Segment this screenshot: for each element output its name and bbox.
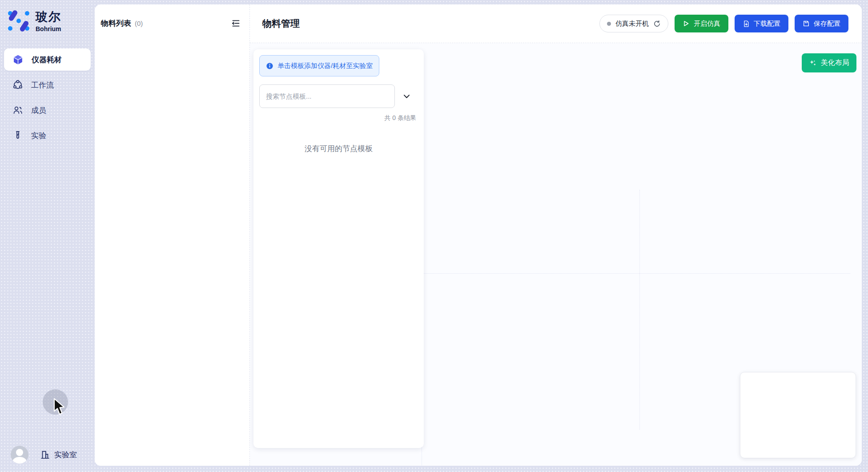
brand-name-en: Bohrium xyxy=(36,25,61,32)
node-template-palette: 单击模板添加仪器/耗材至实验室 共 0 条结果 没有可用的节点模板 xyxy=(253,49,424,448)
play-icon xyxy=(683,20,690,27)
save-icon xyxy=(803,20,810,27)
cube-icon xyxy=(12,54,24,65)
canvas-guide-line xyxy=(639,190,640,430)
canvas-minimap[interactable] xyxy=(740,372,856,458)
bohrium-logo-icon xyxy=(7,9,30,32)
refresh-status-button[interactable] xyxy=(653,20,661,28)
brand-name-zh: 玻尔 xyxy=(36,9,61,25)
material-list-title: 物料列表 xyxy=(101,18,131,28)
beautify-layout-button[interactable]: 美化布局 xyxy=(802,53,856,72)
sidebar-item-label: 仪器耗材 xyxy=(32,55,62,65)
status-dot-icon xyxy=(607,22,611,26)
download-config-button[interactable]: 下载配置 xyxy=(735,15,788,32)
sidebar-item-label: 成员 xyxy=(31,105,46,116)
sidebar-item-workflow[interactable]: 工作流 xyxy=(4,74,91,96)
start-simulation-label: 开启仿真 xyxy=(694,20,720,28)
main-card: 物料列表 (0) 物料管理 仿真未开机 xyxy=(95,4,862,466)
sidebar-footer: 实验室 xyxy=(0,441,95,468)
search-input[interactable] xyxy=(259,84,395,108)
sidebar-item-experiments[interactable]: 实验 xyxy=(4,124,91,147)
page-header: 物料管理 仿真未开机 开启仿真 xyxy=(250,4,862,43)
info-banner-text: 单击模板添加仪器/耗材至实验室 xyxy=(277,62,373,70)
save-config-button[interactable]: 保存配置 xyxy=(795,15,848,32)
material-list-count: (0) xyxy=(135,20,143,27)
page-title: 物料管理 xyxy=(262,17,300,30)
main-region: 物料管理 仿真未开机 开启仿真 xyxy=(250,4,862,466)
empty-state-text: 没有可用的节点模板 xyxy=(259,144,418,154)
beautify-layout-label: 美化布局 xyxy=(821,58,849,68)
menu-fold-icon xyxy=(231,19,241,28)
panel-fold-button[interactable] xyxy=(230,18,241,29)
members-icon xyxy=(12,105,23,116)
material-list-panel: 物料列表 (0) xyxy=(95,4,250,466)
sidebar-item-label: 实验 xyxy=(31,131,46,141)
result-count: 共 0 条结果 xyxy=(259,114,418,122)
chevron-down-icon xyxy=(402,92,411,100)
save-config-label: 保存配置 xyxy=(814,20,840,28)
flow-canvas[interactable]: 单击模板添加仪器/耗材至实验室 共 0 条结果 没有可用的节点模板 xyxy=(250,43,862,466)
sidebar-item-instruments[interactable]: 仪器耗材 xyxy=(4,48,91,71)
download-config-label: 下载配置 xyxy=(754,20,780,28)
mouse-cursor-icon xyxy=(53,398,66,416)
start-simulation-button[interactable]: 开启仿真 xyxy=(675,15,728,32)
workflow-icon xyxy=(12,80,23,90)
simulation-status-label: 仿真未开机 xyxy=(615,20,649,28)
building-icon xyxy=(40,449,50,460)
lab-entry[interactable]: 实验室 xyxy=(40,449,77,460)
info-icon xyxy=(266,62,273,70)
lab-entry-label: 实验室 xyxy=(54,450,77,460)
simulation-status-pill: 仿真未开机 xyxy=(599,15,668,32)
sidebar-menu: 仪器耗材 工作流 成员 xyxy=(0,48,95,147)
collapse-toggle-button[interactable] xyxy=(401,90,413,102)
file-download-icon xyxy=(743,20,750,28)
brand: 玻尔 Bohrium xyxy=(0,0,95,32)
info-banner: 单击模板添加仪器/耗材至实验室 xyxy=(259,55,379,76)
user-avatar[interactable] xyxy=(11,446,28,464)
sidebar-item-label: 工作流 xyxy=(31,80,54,90)
sparkles-icon xyxy=(809,59,817,67)
refresh-icon xyxy=(653,20,661,28)
experiment-icon xyxy=(12,130,23,141)
sidebar-item-members[interactable]: 成员 xyxy=(4,99,91,121)
